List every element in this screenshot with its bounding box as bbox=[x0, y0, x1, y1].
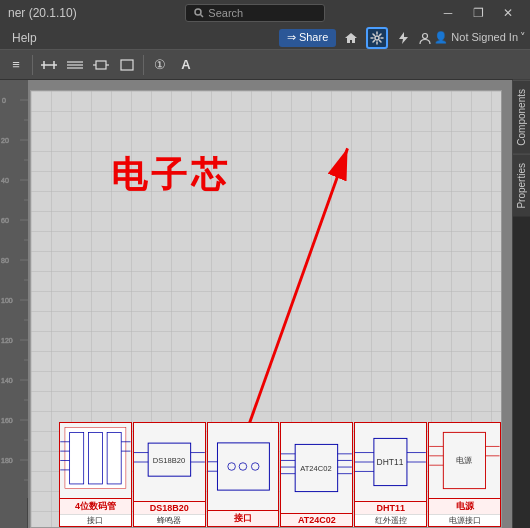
gear-icon bbox=[370, 31, 384, 45]
component-inner-4: AT24C02 bbox=[281, 423, 352, 513]
box-icon bbox=[119, 58, 135, 72]
comp-sublabel-2: 蜂鸣器 bbox=[134, 514, 205, 526]
component-box-6: 电源 电源 电源接口 bbox=[428, 422, 501, 527]
tb-btn-4[interactable] bbox=[89, 53, 113, 77]
comp-label-6: 电源 bbox=[429, 498, 500, 514]
svg-point-66 bbox=[251, 463, 259, 471]
tb-btn-text[interactable]: A bbox=[174, 53, 198, 77]
app-title: ner (20.1.10) bbox=[8, 6, 77, 20]
circuit-4-svg: AT24C02 bbox=[281, 423, 352, 513]
comp-label-5: DHT11 bbox=[355, 501, 426, 514]
minimize-button[interactable]: ─ bbox=[434, 0, 462, 26]
comp-sublabel-1: 接口 bbox=[60, 514, 131, 526]
svg-text:180: 180 bbox=[1, 457, 13, 464]
svg-text:20: 20 bbox=[1, 137, 9, 144]
svg-rect-13 bbox=[121, 60, 133, 70]
svg-text:电源: 电源 bbox=[456, 456, 472, 465]
svg-point-3 bbox=[423, 33, 428, 38]
svg-text:120: 120 bbox=[1, 337, 13, 344]
svg-rect-47 bbox=[65, 428, 126, 489]
main-area: 0 20 40 60 80 100 120 140 160 bbox=[0, 80, 530, 528]
component-box-2: DS18B20 DS18B20 蜂鸣器 bbox=[133, 422, 206, 527]
properties-tab[interactable]: Properties bbox=[513, 154, 530, 217]
component-box-3: 接口 bbox=[207, 422, 280, 527]
svg-text:0: 0 bbox=[2, 97, 6, 104]
component-inner-2: DS18B20 bbox=[134, 423, 205, 501]
component-inner-6: 电源 bbox=[429, 423, 500, 498]
multiline-icon bbox=[66, 58, 84, 72]
svg-text:40: 40 bbox=[1, 177, 9, 184]
canvas-area[interactable]: 0 20 40 60 80 100 120 140 160 bbox=[0, 80, 512, 528]
tb-btn-2[interactable] bbox=[37, 53, 61, 77]
svg-text:160: 160 bbox=[1, 417, 13, 424]
component-inner-3 bbox=[208, 423, 279, 510]
comp-label-4: AT24C02 bbox=[281, 513, 352, 526]
svg-point-64 bbox=[227, 463, 235, 471]
user-icon bbox=[418, 31, 432, 45]
title-bar: ner (20.1.10) Search ─ ❐ ✕ bbox=[0, 0, 530, 26]
component-inner-5: DHT11 bbox=[355, 423, 426, 501]
svg-text:80: 80 bbox=[1, 257, 9, 264]
right-panel: Components Properties bbox=[512, 80, 530, 528]
schematic-paper[interactable]: 电子芯 bbox=[30, 90, 502, 528]
comp-sublabel-5: 红外遥控 bbox=[355, 514, 426, 526]
component-box-4: AT24C02 AT24C02 bbox=[280, 422, 353, 527]
tb-btn-3[interactable] bbox=[63, 53, 87, 77]
restore-button[interactable]: ❐ bbox=[464, 0, 492, 26]
circuit-5-svg: DHT11 bbox=[355, 423, 426, 501]
component-box-5: DHT11 DHT11 红外遥控 bbox=[354, 422, 427, 527]
ruler-left: 0 20 40 60 80 100 120 140 160 bbox=[0, 80, 28, 528]
component-box-1: 4位数码管 接口 bbox=[59, 422, 132, 527]
account-button[interactable]: 👤 Not Signed In ˅ bbox=[418, 31, 526, 45]
tb-btn-5[interactable] bbox=[115, 53, 139, 77]
comp-label-1: 4位数码管 bbox=[60, 498, 131, 514]
home-icon bbox=[344, 31, 358, 45]
svg-point-2 bbox=[375, 36, 379, 40]
menu-right: ⇒ Share 👤 Not Signed In ˅ bbox=[279, 27, 526, 49]
search-icon bbox=[194, 8, 204, 18]
circuit-6-svg: 电源 bbox=[429, 423, 500, 498]
home-button[interactable] bbox=[340, 27, 362, 49]
search-label: Search bbox=[208, 7, 243, 19]
circuit-3-svg bbox=[208, 423, 279, 510]
menu-help[interactable]: Help bbox=[4, 26, 45, 50]
svg-text:60: 60 bbox=[1, 217, 9, 224]
svg-rect-10 bbox=[96, 61, 106, 69]
toolbar-separator-1 bbox=[32, 55, 33, 75]
menu-bar: Help ⇒ Share 👤 Not Signed In ˅ bbox=[0, 26, 530, 50]
share-button[interactable]: ⇒ Share bbox=[279, 29, 336, 47]
comp-sublabel-6: 电源接口 bbox=[429, 514, 500, 526]
close-button[interactable]: ✕ bbox=[494, 0, 522, 26]
circuit-2-svg: DS18B20 bbox=[134, 423, 205, 501]
bottom-components: 4位数码管 接口 DS18B20 bbox=[59, 422, 501, 527]
component-icon bbox=[93, 58, 109, 72]
tb-btn-6[interactable]: ① bbox=[148, 53, 172, 77]
svg-text:DS18B20: DS18B20 bbox=[153, 456, 185, 465]
svg-point-65 bbox=[239, 463, 247, 471]
lightning-icon bbox=[396, 31, 410, 45]
toolbar-separator-2 bbox=[143, 55, 144, 75]
title-controls: ─ ❐ ✕ bbox=[434, 0, 522, 26]
svg-rect-63 bbox=[217, 443, 269, 490]
search-box[interactable]: Search bbox=[185, 4, 325, 22]
account-chevron: ˅ bbox=[520, 31, 526, 44]
component-inner-1 bbox=[60, 423, 131, 498]
svg-text:AT24C02: AT24C02 bbox=[301, 464, 332, 473]
comp-label-2: DS18B20 bbox=[134, 501, 205, 514]
svg-line-1 bbox=[201, 15, 204, 18]
tb-btn-1[interactable]: ≡ bbox=[4, 53, 28, 77]
svg-text:100: 100 bbox=[1, 297, 13, 304]
svg-text:140: 140 bbox=[1, 377, 13, 384]
toolbar: ≡ ① A bbox=[0, 50, 530, 80]
settings-button[interactable] bbox=[366, 27, 388, 49]
comp-label-3: 接口 bbox=[208, 510, 279, 526]
wire-icon bbox=[40, 58, 58, 72]
svg-point-0 bbox=[195, 9, 201, 15]
account-label: 👤 Not Signed In bbox=[434, 31, 518, 44]
schematic-title: 电子芯 bbox=[111, 151, 231, 200]
lightning-button[interactable] bbox=[392, 27, 414, 49]
circuit-1-svg bbox=[60, 423, 131, 498]
ruler-left-svg: 0 20 40 60 80 100 120 140 160 bbox=[0, 80, 28, 498]
svg-text:DHT11: DHT11 bbox=[377, 457, 404, 467]
components-tab[interactable]: Components bbox=[513, 80, 530, 154]
